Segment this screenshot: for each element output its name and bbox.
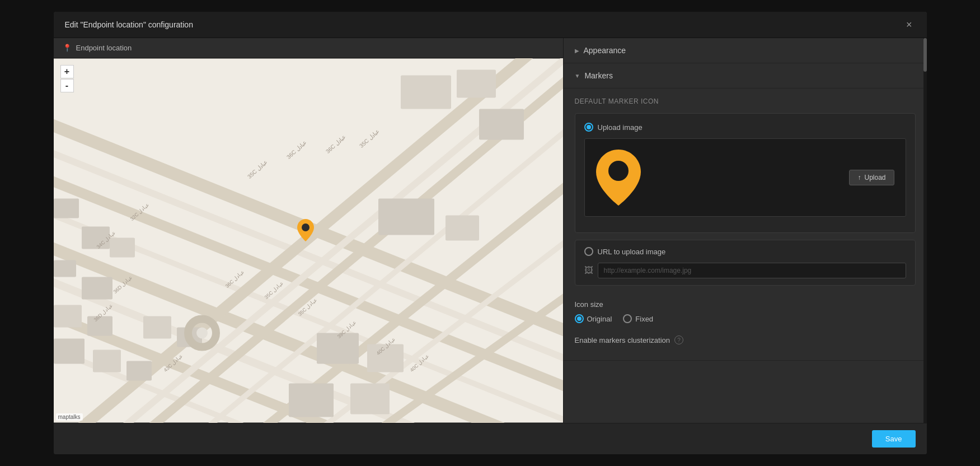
svg-point-38 bbox=[196, 328, 208, 339]
marker-preview-area: ↑ Upload bbox=[584, 138, 906, 217]
svg-rect-36 bbox=[350, 384, 390, 414]
modal-header: Edit "Endpoint location" configuration × bbox=[54, 12, 927, 38]
svg-rect-23 bbox=[110, 238, 135, 258]
svg-rect-16 bbox=[401, 76, 451, 109]
icon-size-original-label[interactable]: Original bbox=[587, 315, 612, 323]
location-pin-icon: 📍 bbox=[63, 44, 72, 52]
icon-size-fixed-option[interactable]: Fixed bbox=[623, 314, 653, 323]
svg-rect-18 bbox=[479, 109, 524, 140]
svg-rect-31 bbox=[143, 316, 171, 339]
icon-size-label: Icon size bbox=[575, 300, 916, 309]
right-panel: ▶ Appearance ▼ Markers Default marker ic… bbox=[563, 38, 927, 423]
icon-size-original-radio[interactable] bbox=[575, 314, 584, 323]
svg-rect-25 bbox=[82, 277, 112, 300]
upload-arrow-icon: ↑ bbox=[857, 174, 861, 181]
svg-rect-28 bbox=[54, 339, 85, 364]
svg-rect-29 bbox=[93, 350, 121, 372]
modal: Edit "Endpoint location" configuration ×… bbox=[54, 12, 927, 454]
upload-image-radio-row: Upload image bbox=[584, 123, 906, 132]
url-input-field[interactable] bbox=[598, 263, 906, 278]
upload-btn-label: Upload bbox=[864, 174, 885, 181]
close-button[interactable]: × bbox=[903, 18, 916, 31]
svg-point-55 bbox=[608, 161, 629, 181]
modal-overlay: Edit "Endpoint location" configuration ×… bbox=[0, 0, 980, 466]
icon-size-fixed-radio[interactable] bbox=[623, 314, 632, 323]
zoom-in-button[interactable]: + bbox=[60, 65, 74, 78]
scrollbar-track bbox=[923, 38, 927, 423]
appearance-chevron: ▶ bbox=[575, 48, 579, 54]
map-label: Endpoint location bbox=[76, 44, 132, 52]
svg-rect-30 bbox=[126, 361, 152, 381]
map-attribution: maptalks bbox=[56, 413, 83, 421]
clusterization-label: Enable markers clusterization bbox=[575, 336, 670, 344]
marker-preview-icon bbox=[596, 150, 641, 206]
modal-title: Edit "Endpoint location" configuration bbox=[65, 20, 193, 29]
svg-rect-19 bbox=[378, 199, 434, 235]
svg-rect-20 bbox=[446, 216, 479, 241]
save-button[interactable]: Save bbox=[872, 430, 916, 448]
markers-chevron: ▼ bbox=[575, 73, 580, 79]
icon-size-radio-group: Original Fixed bbox=[575, 314, 916, 323]
zoom-out-button[interactable]: - bbox=[60, 79, 74, 92]
markers-section-content: Default marker icon Upload image bbox=[564, 88, 927, 361]
url-upload-section: URL to upload image 🖼 bbox=[575, 240, 916, 286]
svg-rect-35 bbox=[289, 384, 334, 417]
map-marker bbox=[297, 219, 314, 243]
upload-image-label[interactable]: Upload image bbox=[598, 123, 643, 132]
svg-point-54 bbox=[302, 223, 310, 231]
url-label[interactable]: URL to upload image bbox=[598, 248, 666, 256]
image-icon: 🖼 bbox=[584, 265, 593, 276]
map-container[interactable]: 35C عبادل 36C عبادل 36C عبادل 35C عبادل … bbox=[54, 58, 563, 423]
scrollbar-thumb[interactable] bbox=[923, 38, 927, 72]
default-marker-icon-label: Default marker icon bbox=[575, 97, 916, 105]
map-label-bar: 📍 Endpoint location bbox=[54, 38, 563, 58]
map-controls: + - bbox=[60, 65, 74, 92]
upload-image-section: Upload image ↑ Upload bbox=[575, 113, 916, 233]
icon-size-section: Icon size Original Fixed bbox=[575, 295, 916, 329]
modal-body: 📍 Endpoint location bbox=[54, 38, 927, 423]
help-icon[interactable]: ? bbox=[674, 335, 683, 344]
url-input-row: 🖼 bbox=[584, 263, 906, 278]
modal-footer: Save bbox=[54, 423, 927, 454]
upload-image-radio[interactable] bbox=[584, 123, 593, 132]
svg-rect-21 bbox=[54, 199, 79, 218]
markers-label: Markers bbox=[584, 71, 613, 80]
upload-button[interactable]: ↑ Upload bbox=[849, 170, 894, 185]
url-radio[interactable] bbox=[584, 247, 593, 256]
svg-rect-26 bbox=[54, 305, 82, 328]
map-panel: 📍 Endpoint location bbox=[54, 38, 563, 423]
markers-section-header[interactable]: ▼ Markers bbox=[564, 63, 927, 88]
appearance-label: Appearance bbox=[584, 46, 626, 55]
svg-rect-17 bbox=[457, 70, 496, 98]
url-radio-row: URL to upload image bbox=[584, 247, 906, 256]
icon-size-fixed-label[interactable]: Fixed bbox=[635, 315, 653, 323]
appearance-section-header[interactable]: ▶ Appearance bbox=[564, 38, 927, 63]
svg-rect-24 bbox=[54, 260, 76, 277]
clusterization-row: Enable markers clusterization ? bbox=[575, 329, 916, 351]
icon-size-original-option[interactable]: Original bbox=[575, 314, 612, 323]
